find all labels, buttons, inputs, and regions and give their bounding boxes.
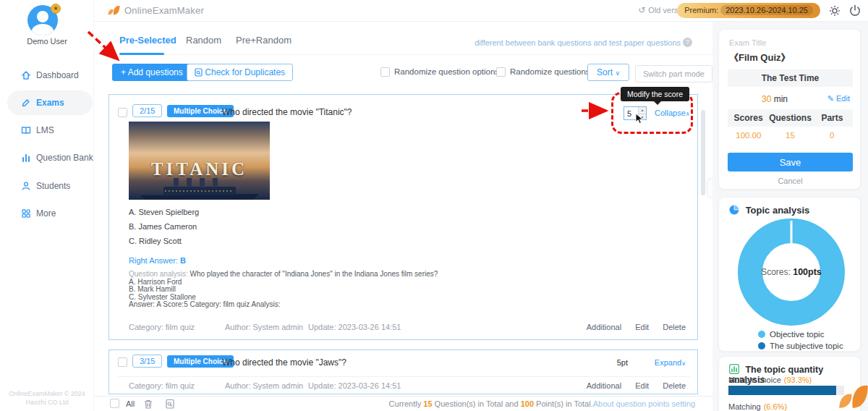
tab-pre-random[interactable]: Pre+Random	[236, 35, 292, 46]
select-all-label: All	[126, 399, 135, 408]
sidebar-item-question-bank[interactable]: Question Bank	[0, 149, 94, 168]
score-spinner: ▲ ▼	[638, 107, 646, 119]
sidebar-item-lms[interactable]: LMS	[0, 122, 94, 140]
test-time-header: The Test Time	[728, 69, 853, 87]
book-icon	[20, 124, 32, 136]
score-value: 5	[627, 109, 631, 118]
delete-link[interactable]: Delete	[663, 381, 686, 390]
matching-row-label: Matching(6.6%)	[728, 402, 787, 411]
total-questions-count: 15	[423, 399, 432, 408]
question-points: 5pt	[617, 358, 628, 367]
power-logout-icon[interactable]	[848, 4, 862, 18]
sidebar-item-exams[interactable]: Exams	[0, 94, 94, 113]
parts-value: 0	[811, 131, 853, 140]
sidebar: ★ Demo User Dashboard Exams LMS Question…	[0, 0, 94, 411]
randomize-questions-checkbox[interactable]	[496, 67, 506, 77]
legend-dot-subjective	[758, 342, 765, 349]
option-b: B. James Cameron	[129, 222, 197, 231]
main-content: Pre-Selected Random Pre+Random different…	[94, 22, 712, 411]
sidebar-item-label: More	[36, 208, 56, 219]
bar-chart-icon	[729, 364, 739, 374]
save-button[interactable]: Save	[728, 153, 853, 171]
question-category: Category: film quiz	[129, 323, 195, 331]
document-search-icon	[195, 68, 203, 77]
questions-value: 15	[770, 131, 812, 140]
sidebar-item-dashboard[interactable]: Dashboard	[0, 67, 94, 85]
collapse-link[interactable]: Collapse∧	[655, 109, 690, 117]
grid-more-icon	[20, 208, 32, 219]
premium-badge[interactable]: Premium:2023.10.26-2024.10.25	[677, 3, 820, 18]
select-all-checkbox[interactable]	[110, 399, 119, 408]
exam-summary-card: Exam Title 《Film Quiz》 The Test Time 30 …	[718, 29, 861, 190]
tab-random[interactable]: Random	[186, 35, 221, 46]
question-index-badge: 2/15	[132, 104, 162, 117]
topic-donut-chart: Scores: 100pts	[737, 218, 846, 326]
question-index-badge: 3/15	[132, 355, 162, 368]
question-checkbox[interactable]	[118, 357, 127, 367]
legend-objective-topic: Objective topic	[758, 330, 824, 339]
bank-bars-icon	[20, 152, 32, 164]
pie-chart-icon	[729, 205, 739, 215]
sidebar-item-label: Students	[36, 181, 70, 191]
questions-column-header: Questions	[769, 109, 812, 127]
bank-vs-paper-help-link[interactable]: different between bank questions and tes…	[475, 38, 681, 47]
multiple-choice-bar-track	[728, 386, 844, 395]
scores-value: 100.00	[728, 131, 770, 140]
add-questions-button[interactable]: + Add questions	[112, 64, 192, 81]
cancel-link[interactable]: Cancel	[719, 177, 861, 185]
points-setting-link[interactable]: About question points setting	[593, 399, 695, 408]
question-category: Category: film quiz	[129, 381, 195, 390]
tooltip-caret	[654, 101, 661, 105]
sidebar-item-label: Exams	[36, 98, 64, 108]
randomize-questions-label: Randomize questions	[510, 67, 590, 76]
exam-title: 《Film Quiz》	[729, 51, 791, 64]
question-update-time: Update: 2023-03-26 14:51	[308, 323, 401, 331]
delete-link[interactable]: Delete	[663, 323, 686, 331]
matching-percentage: (6.6%)	[764, 402, 787, 411]
multiple-choice-percentage: (93.3%)	[784, 376, 812, 384]
sort-dropdown[interactable]: Sort ∨	[587, 64, 629, 81]
settings-gear-icon[interactable]	[827, 4, 842, 18]
chevron-down-icon: ∨	[615, 69, 620, 77]
quantity-bar-fill	[728, 386, 836, 395]
modify-score-tooltip: Modify the score	[621, 87, 689, 101]
score-number-input[interactable]: 5 ▲ ▼	[624, 106, 647, 120]
total-points-count: 100	[521, 399, 534, 408]
question-totals-summary: Currently 15 Question(s) in Total and 10…	[389, 399, 695, 408]
question-author: Author: System admin	[225, 381, 303, 390]
vertical-scrollbar-thumb[interactable]	[701, 110, 705, 195]
tab-pre-selected[interactable]: Pre-Selected	[119, 35, 176, 46]
undo-icon: ↺	[638, 5, 645, 15]
legend-dot-objective	[758, 331, 765, 338]
randomize-options-checkbox[interactable]	[380, 67, 390, 77]
switch-part-mode-button[interactable]: Switch part mode	[635, 65, 712, 82]
question-checkbox[interactable]	[118, 108, 127, 117]
randomize-options-label: Randomize question options	[394, 67, 499, 76]
edit-time-link[interactable]: ✎ Edit	[827, 94, 850, 103]
test-time-value: 30 min	[728, 94, 822, 104]
spinner-up-button[interactable]: ▲	[639, 107, 646, 114]
spinner-down-button[interactable]: ▼	[639, 114, 646, 120]
check-duplicates-button[interactable]: Check for Duplicates	[187, 64, 293, 81]
sidebar-item-more[interactable]: More	[0, 205, 94, 224]
export-document-icon[interactable]	[165, 399, 175, 410]
exam-pencil-icon	[20, 97, 32, 109]
multiple-choice-row-label: Multiple choice(93.3%)	[728, 376, 812, 384]
divider	[118, 376, 690, 377]
question-actions: Additional Edit Delete	[575, 323, 686, 331]
delete-trash-icon[interactable]	[143, 399, 153, 410]
tab-bar: Pre-Selected Random Pre+Random different…	[94, 29, 712, 55]
topic-analysis-heading: Topic analysis	[729, 205, 809, 216]
sidebar-item-students[interactable]: Students	[0, 177, 94, 196]
edit-link[interactable]: Edit	[635, 381, 649, 390]
help-question-icon[interactable]: ?	[683, 38, 692, 47]
scores-column-header: Scores	[728, 109, 769, 127]
edit-link[interactable]: Edit	[635, 323, 649, 331]
chevron-up-icon: ∧	[686, 111, 690, 117]
additional-link[interactable]: Additional	[587, 323, 621, 331]
ship-silhouette	[136, 177, 263, 200]
sidebar-item-label: LMS	[36, 125, 54, 135]
additional-link[interactable]: Additional	[587, 381, 621, 390]
app-window: ★ Demo User Dashboard Exams LMS Question…	[0, 0, 868, 411]
expand-link[interactable]: Expand∨	[655, 358, 686, 367]
